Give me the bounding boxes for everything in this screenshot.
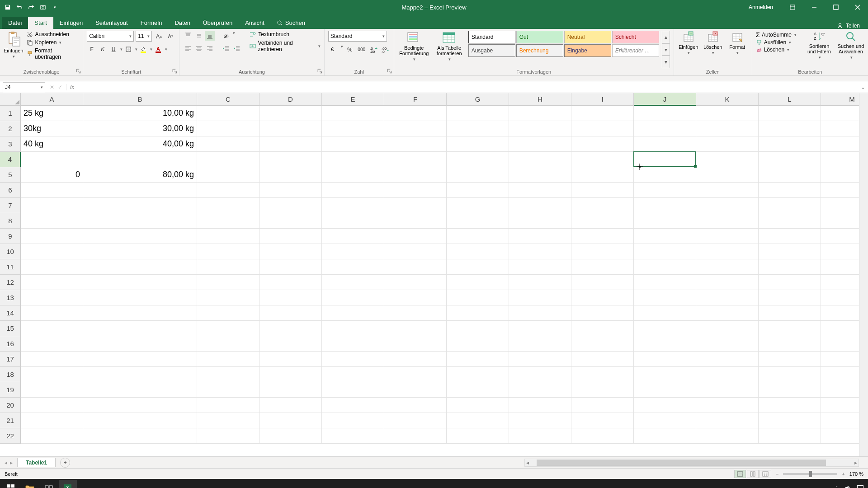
cell[interactable]: [571, 382, 634, 398]
row-header[interactable]: 3: [0, 136, 21, 152]
cell[interactable]: [571, 259, 634, 275]
cell[interactable]: [322, 336, 384, 352]
cell[interactable]: [322, 259, 384, 275]
cell[interactable]: [634, 413, 696, 428]
cell[interactable]: [21, 398, 83, 413]
style-gallery-item[interactable]: Schlecht: [612, 31, 659, 43]
horizontal-scrollbar[interactable]: ◂ ▸: [524, 459, 859, 467]
style-gallery-item[interactable]: Ausgabe: [468, 44, 515, 57]
cell[interactable]: [384, 275, 447, 290]
cell[interactable]: [509, 398, 571, 413]
cell[interactable]: [447, 367, 509, 382]
cell[interactable]: [447, 428, 509, 444]
cell[interactable]: [447, 352, 509, 367]
cell[interactable]: [322, 367, 384, 382]
cell[interactable]: [509, 290, 571, 305]
cell[interactable]: [634, 259, 696, 275]
align-top-icon[interactable]: [183, 31, 193, 41]
view-pagebreak-icon[interactable]: [760, 470, 771, 478]
cell[interactable]: [571, 244, 634, 259]
cell[interactable]: [259, 428, 322, 444]
cell[interactable]: [447, 136, 509, 152]
cell[interactable]: [696, 167, 759, 183]
cell[interactable]: [384, 106, 447, 121]
cell[interactable]: [21, 259, 83, 275]
cell[interactable]: [571, 398, 634, 413]
cell[interactable]: [634, 382, 696, 398]
row-header[interactable]: 20: [0, 398, 21, 413]
zoom-slider[interactable]: [783, 473, 837, 475]
cell[interactable]: [634, 152, 696, 167]
signin-button[interactable]: Anmelden: [741, 0, 781, 14]
cell[interactable]: [322, 106, 384, 121]
decrease-font-icon[interactable]: A▾: [165, 31, 175, 41]
orientation-dropdown-icon[interactable]: ▾: [233, 31, 235, 41]
cell[interactable]: [571, 106, 634, 121]
cell[interactable]: [259, 198, 322, 213]
dialog-launcher-icon[interactable]: [76, 69, 81, 74]
cell[interactable]: [571, 428, 634, 444]
cell[interactable]: 25 kg: [21, 106, 83, 121]
font-color-icon[interactable]: A: [153, 44, 163, 54]
cell[interactable]: [759, 244, 821, 259]
cell[interactable]: [21, 183, 83, 198]
italic-button[interactable]: K: [98, 44, 108, 54]
cell[interactable]: [634, 352, 696, 367]
cell[interactable]: [322, 152, 384, 167]
align-middle-icon[interactable]: [194, 31, 204, 41]
col-header[interactable]: K: [696, 93, 759, 106]
format-cells-button[interactable]: Format▾: [726, 31, 748, 55]
cell[interactable]: [384, 428, 447, 444]
zoom-in-icon[interactable]: +: [842, 471, 844, 477]
cell[interactable]: [21, 382, 83, 398]
cell[interactable]: [634, 167, 696, 183]
cell[interactable]: [634, 213, 696, 229]
cell[interactable]: [259, 259, 322, 275]
taskview-icon[interactable]: [40, 480, 58, 488]
borders-dropdown-icon[interactable]: ▾: [135, 47, 137, 52]
add-sheet-button[interactable]: +: [60, 458, 70, 468]
zoom-thumb[interactable]: [809, 471, 812, 477]
format-as-table-button[interactable]: Als Tabelle formatieren▾: [433, 31, 466, 68]
hscroll-left-icon[interactable]: ◂: [525, 460, 530, 466]
cell[interactable]: [759, 413, 821, 428]
increase-decimals-icon[interactable]: ,0,00: [368, 44, 378, 54]
cell[interactable]: [83, 275, 197, 290]
cell[interactable]: [197, 336, 259, 352]
cell[interactable]: [509, 321, 571, 336]
cell[interactable]: [384, 382, 447, 398]
row-header[interactable]: 22: [0, 428, 21, 444]
delete-cells-button[interactable]: ×Löschen▾: [702, 31, 724, 55]
cell[interactable]: [322, 352, 384, 367]
cell[interactable]: [384, 336, 447, 352]
cell[interactable]: [759, 275, 821, 290]
cell[interactable]: [696, 244, 759, 259]
cell[interactable]: [322, 213, 384, 229]
tray-up-icon[interactable]: ˄: [835, 485, 838, 488]
cell[interactable]: [634, 428, 696, 444]
row-header[interactable]: 10: [0, 244, 21, 259]
cell[interactable]: [509, 382, 571, 398]
cell[interactable]: [384, 259, 447, 275]
cell[interactable]: [696, 198, 759, 213]
minimize-button[interactable]: [804, 0, 825, 14]
cell[interactable]: [21, 229, 83, 244]
wrap-text-button[interactable]: Textumbruch: [249, 31, 321, 38]
cell[interactable]: [384, 321, 447, 336]
cell[interactable]: [696, 321, 759, 336]
cell[interactable]: [509, 275, 571, 290]
row-header[interactable]: 16: [0, 336, 21, 352]
cell[interactable]: [83, 428, 197, 444]
cell[interactable]: [197, 305, 259, 321]
cell[interactable]: [447, 244, 509, 259]
copy-button[interactable]: Kopieren▾: [26, 39, 79, 46]
cell[interactable]: [509, 136, 571, 152]
cell[interactable]: [571, 136, 634, 152]
cell[interactable]: [634, 398, 696, 413]
row-header[interactable]: 19: [0, 382, 21, 398]
sheet-nav-first-icon[interactable]: ◂: [5, 460, 7, 466]
find-select-button[interactable]: Suchen und Auswählen▾: [837, 31, 864, 68]
close-button[interactable]: [847, 0, 868, 14]
cell[interactable]: [759, 305, 821, 321]
increase-indent-icon[interactable]: [232, 43, 242, 53]
